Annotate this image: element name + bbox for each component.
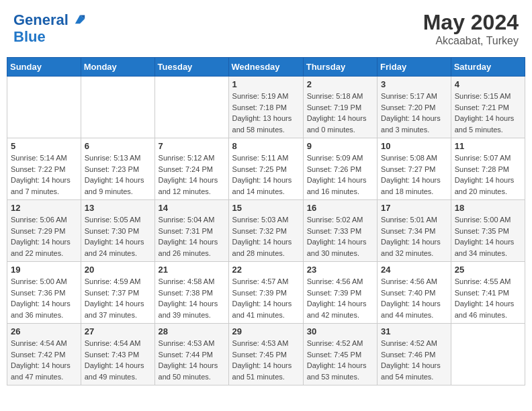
day-info: Sunrise: 4:58 AMSunset: 7:38 PMDaylight:… [159,276,225,320]
day-info: Sunrise: 5:04 AMSunset: 7:31 PMDaylight:… [159,214,225,259]
calendar-cell: 31Sunrise: 4:52 AMSunset: 7:46 PMDayligh… [378,324,451,385]
day-info: Sunrise: 5:08 AMSunset: 7:27 PMDaylight:… [381,152,447,197]
day-number: 13 [85,203,151,213]
day-info: Sunrise: 4:52 AMSunset: 7:46 PMDaylight:… [381,338,447,382]
calendar-cell: 27Sunrise: 4:54 AMSunset: 7:43 PMDayligh… [81,324,154,385]
day-number: 11 [455,141,521,151]
calendar-body: 1Sunrise: 5:19 AMSunset: 7:18 PMDaylight… [7,77,525,385]
day-number: 6 [85,141,151,151]
calendar-cell: 21Sunrise: 4:58 AMSunset: 7:38 PMDayligh… [154,262,228,324]
day-header-sunday: Sunday [7,58,81,77]
calendar-cell: 15Sunrise: 5:03 AMSunset: 7:32 PMDayligh… [228,200,303,262]
calendar-cell [81,77,154,138]
calendar-cell: 20Sunrise: 4:59 AMSunset: 7:37 PMDayligh… [81,262,154,324]
day-info: Sunrise: 4:59 AMSunset: 7:37 PMDaylight:… [85,276,151,320]
logo-blue: Blue [13,28,46,45]
day-info: Sunrise: 5:18 AMSunset: 7:19 PMDaylight:… [307,91,373,135]
calendar-week-4: 19Sunrise: 5:00 AMSunset: 7:36 PMDayligh… [7,262,525,324]
day-number: 18 [455,203,521,213]
day-number: 7 [159,141,225,151]
day-info: Sunrise: 5:15 AMSunset: 7:21 PMDaylight:… [455,91,521,135]
logo-general: General [13,11,69,28]
calendar-cell: 14Sunrise: 5:04 AMSunset: 7:31 PMDayligh… [154,200,228,262]
calendar-cell: 30Sunrise: 4:52 AMSunset: 7:45 PMDayligh… [303,324,377,385]
calendar-cell: 13Sunrise: 5:05 AMSunset: 7:30 PMDayligh… [81,200,154,262]
logo-icon [74,13,86,25]
day-info: Sunrise: 5:00 AMSunset: 7:35 PMDaylight:… [455,214,521,259]
page-header: General Blue May 2024 Akcaabat, Turkey [7,7,525,50]
day-number: 12 [11,203,77,213]
day-info: Sunrise: 4:54 AMSunset: 7:43 PMDaylight:… [85,338,151,382]
calendar-cell: 24Sunrise: 4:56 AMSunset: 7:40 PMDayligh… [378,262,451,324]
day-number: 15 [232,203,300,213]
day-info: Sunrise: 4:53 AMSunset: 7:45 PMDaylight:… [232,338,300,382]
day-info: Sunrise: 5:07 AMSunset: 7:28 PMDaylight:… [455,152,521,197]
day-info: Sunrise: 5:02 AMSunset: 7:33 PMDaylight:… [307,214,373,259]
day-number: 3 [381,79,447,89]
day-info: Sunrise: 5:11 AMSunset: 7:25 PMDaylight:… [232,152,300,197]
calendar-cell: 8Sunrise: 5:11 AMSunset: 7:25 PMDaylight… [228,138,303,200]
day-number: 2 [307,79,373,89]
day-info: Sunrise: 4:54 AMSunset: 7:42 PMDaylight:… [11,338,77,382]
calendar-cell: 26Sunrise: 4:54 AMSunset: 7:42 PMDayligh… [7,324,81,385]
day-info: Sunrise: 5:12 AMSunset: 7:24 PMDaylight:… [159,152,225,197]
day-number: 16 [307,203,373,213]
day-number: 4 [455,79,521,89]
calendar-cell: 1Sunrise: 5:19 AMSunset: 7:18 PMDaylight… [228,77,303,138]
calendar-table: SundayMondayTuesdayWednesdayThursdayFrid… [7,57,525,385]
calendar-cell [451,324,525,385]
calendar-cell: 29Sunrise: 4:53 AMSunset: 7:45 PMDayligh… [228,324,303,385]
month-title: May 2024 [423,10,519,35]
calendar-cell: 22Sunrise: 4:57 AMSunset: 7:39 PMDayligh… [228,262,303,324]
day-info: Sunrise: 5:05 AMSunset: 7:30 PMDaylight:… [85,214,151,259]
day-number: 10 [381,141,447,151]
day-number: 24 [381,265,447,275]
day-number: 30 [307,326,373,336]
day-header-wednesday: Wednesday [228,58,303,77]
day-number: 17 [381,203,447,213]
calendar-week-5: 26Sunrise: 4:54 AMSunset: 7:42 PMDayligh… [7,324,525,385]
day-header-friday: Friday [378,58,451,77]
day-info: Sunrise: 5:19 AMSunset: 7:18 PMDaylight:… [232,91,300,135]
day-header-tuesday: Tuesday [154,58,228,77]
day-number: 23 [307,265,373,275]
calendar-cell: 18Sunrise: 5:00 AMSunset: 7:35 PMDayligh… [451,200,525,262]
logo: General Blue [13,12,86,44]
calendar-cell: 3Sunrise: 5:17 AMSunset: 7:20 PMDaylight… [378,77,451,138]
calendar-cell: 17Sunrise: 5:01 AMSunset: 7:34 PMDayligh… [378,200,451,262]
day-info: Sunrise: 5:03 AMSunset: 7:32 PMDaylight:… [232,214,300,259]
day-number: 5 [11,141,77,151]
calendar-cell: 19Sunrise: 5:00 AMSunset: 7:36 PMDayligh… [7,262,81,324]
calendar-cell: 16Sunrise: 5:02 AMSunset: 7:33 PMDayligh… [303,200,377,262]
day-info: Sunrise: 5:06 AMSunset: 7:29 PMDaylight:… [11,214,77,259]
day-info: Sunrise: 4:57 AMSunset: 7:39 PMDaylight:… [232,276,300,320]
day-info: Sunrise: 5:17 AMSunset: 7:20 PMDaylight:… [381,91,447,135]
day-number: 21 [159,265,225,275]
day-info: Sunrise: 5:01 AMSunset: 7:34 PMDaylight:… [381,214,447,259]
day-number: 14 [159,203,225,213]
day-header-monday: Monday [81,58,154,77]
day-number: 8 [232,141,300,151]
calendar-cell: 7Sunrise: 5:12 AMSunset: 7:24 PMDaylight… [154,138,228,200]
day-number: 1 [232,79,300,89]
calendar-cell: 12Sunrise: 5:06 AMSunset: 7:29 PMDayligh… [7,200,81,262]
day-info: Sunrise: 5:09 AMSunset: 7:26 PMDaylight:… [307,152,373,197]
day-header-thursday: Thursday [303,58,377,77]
day-info: Sunrise: 4:56 AMSunset: 7:39 PMDaylight:… [307,276,373,320]
calendar-header-row: SundayMondayTuesdayWednesdayThursdayFrid… [7,58,525,77]
day-number: 22 [232,265,300,275]
day-number: 27 [85,326,151,336]
calendar-cell [7,77,81,138]
day-info: Sunrise: 5:13 AMSunset: 7:23 PMDaylight:… [85,152,151,197]
day-number: 29 [232,326,300,336]
calendar-cell: 6Sunrise: 5:13 AMSunset: 7:23 PMDaylight… [81,138,154,200]
day-number: 28 [159,326,225,336]
calendar-week-1: 1Sunrise: 5:19 AMSunset: 7:18 PMDaylight… [7,77,525,138]
calendar-cell: 2Sunrise: 5:18 AMSunset: 7:19 PMDaylight… [303,77,377,138]
day-number: 26 [11,326,77,336]
day-number: 25 [455,265,521,275]
day-info: Sunrise: 4:56 AMSunset: 7:40 PMDaylight:… [381,276,447,320]
calendar-cell: 23Sunrise: 4:56 AMSunset: 7:39 PMDayligh… [303,262,377,324]
day-number: 19 [11,265,77,275]
day-info: Sunrise: 4:52 AMSunset: 7:45 PMDaylight:… [307,338,373,382]
